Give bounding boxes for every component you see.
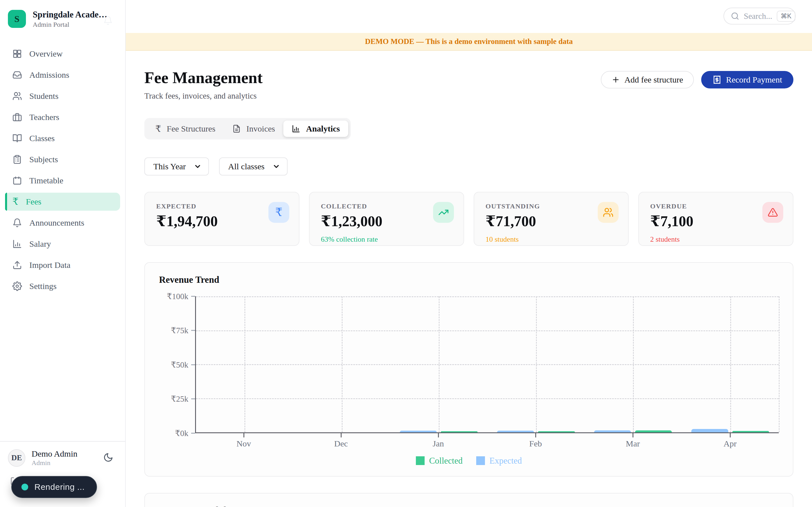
user-name: Demo Admin	[32, 449, 78, 459]
bar-chart-icon	[292, 124, 300, 133]
sidebar-item-students[interactable]: Students	[5, 87, 120, 105]
sidebar-item-fees[interactable]: ₹ Fees	[5, 193, 120, 211]
chart-legend: CollectedExpected	[159, 456, 779, 467]
sidebar-item-settings[interactable]: Settings	[5, 277, 120, 295]
bar-collected	[538, 431, 575, 432]
stat-value: ₹7,100	[650, 212, 781, 230]
avatar: DE	[8, 449, 26, 467]
y-tick-mark	[191, 296, 195, 297]
search-input[interactable]: Search... ⌘K	[723, 8, 796, 24]
moon-icon[interactable]	[103, 452, 113, 462]
file-text-icon	[232, 124, 241, 133]
sidebar-item-subjects[interactable]: Subjects	[5, 151, 120, 168]
revenue-plot	[195, 296, 779, 433]
sidebar-item-label: Overview	[29, 49, 63, 59]
users-icon	[12, 91, 22, 101]
y-tick-mark	[191, 399, 195, 399]
search-icon	[731, 12, 739, 20]
stat-value: ₹1,94,700	[156, 212, 288, 230]
bar-collected	[732, 431, 769, 432]
stat-label: OVERDUE	[650, 203, 781, 210]
x-tick-mark	[438, 433, 439, 438]
sidebar-nav: Overview Admissions Students Teachers Cl…	[0, 37, 125, 295]
stat-label: OUTSTANDING	[486, 203, 617, 210]
breakdown-title: Fee Type Breakdown	[159, 505, 779, 507]
grid-line	[779, 296, 779, 432]
record-payment-button[interactable]: Record Payment	[701, 71, 794, 89]
sidebar-item-announcements[interactable]: Announcements	[5, 214, 120, 232]
sidebar-item-label: Import Data	[29, 260, 70, 270]
bar-collected	[635, 431, 672, 432]
header-actions: Add fee structure Record Payment	[601, 71, 794, 89]
x-tick-label: Dec	[334, 439, 348, 448]
x-tick-label: Apr	[723, 439, 737, 448]
stat-sub: 63% collection rate	[321, 235, 452, 244]
legend-item: Collected	[416, 456, 463, 466]
gear-icon	[12, 281, 22, 291]
bar-expected	[691, 429, 728, 432]
legend-label: Expected	[490, 456, 522, 466]
app-root: S Springdale Acade… Admin Portal Overvie…	[0, 0, 812, 507]
tab-label: Fee Structures	[167, 124, 215, 133]
tab-analytics[interactable]: Analytics	[283, 121, 348, 137]
x-tick-label: Mar	[626, 439, 640, 448]
sidebar-item-teachers[interactable]: Teachers	[5, 108, 120, 126]
upload-icon	[12, 260, 22, 270]
rupee-icon: ₹	[12, 197, 18, 207]
sidebar-item-salary[interactable]: Salary	[5, 235, 120, 253]
avatar-initials: DE	[11, 453, 22, 462]
sidebar-item-admissions[interactable]: Admissions	[5, 66, 120, 84]
org-subtitle: Admin Portal	[33, 21, 107, 29]
x-tick-mark	[535, 433, 536, 438]
legend-item: Expected	[476, 456, 522, 466]
revenue-trend-card: Revenue Trend ₹100k₹75k₹50k₹25k₹0k NovDe…	[144, 262, 794, 476]
class-select-value: All classes	[228, 162, 264, 171]
alert-triangle-icon	[762, 202, 783, 223]
grid-line	[342, 296, 343, 432]
y-tick-mark	[191, 364, 195, 365]
demo-mode-banner: DEMO MODE — This is a demo environment w…	[126, 33, 812, 51]
tab-label: Invoices	[246, 124, 275, 133]
stat-sub: 10 students	[486, 235, 617, 244]
record-payment-label: Record Payment	[726, 75, 782, 84]
user-row: DE Demo Admin Admin	[8, 449, 117, 467]
chevron-down-icon	[272, 163, 280, 170]
y-tick-label: ₹25k	[171, 394, 188, 404]
clipboard-list-icon	[12, 155, 22, 164]
grid-line	[196, 364, 779, 365]
tabs-row: ₹ Fee Structures Invoices Analytics	[144, 101, 794, 139]
rupee-icon: ₹	[268, 202, 289, 223]
toast-status-dot	[21, 484, 28, 490]
fee-type-breakdown-card: Fee Type Breakdown	[144, 493, 794, 507]
x-tick-label: Jan	[433, 439, 444, 448]
bar-group	[400, 431, 477, 432]
add-fee-structure-button[interactable]: Add fee structure	[601, 71, 694, 89]
receipt-icon	[712, 75, 721, 84]
sidebar-item-timetable[interactable]: Timetable	[5, 172, 120, 189]
tab-label: Analytics	[306, 124, 340, 133]
org-name: Springdale Acade…	[33, 10, 107, 20]
bar-group	[497, 431, 575, 432]
y-tick-label: ₹100k	[167, 291, 188, 301]
trending-up-icon	[433, 202, 454, 223]
tab-invoices[interactable]: Invoices	[224, 121, 284, 137]
sidebar-item-import-data[interactable]: Import Data	[5, 256, 120, 274]
sidebar-item-classes[interactable]: Classes	[5, 129, 120, 147]
bar-expected	[497, 431, 534, 432]
y-tick-mark	[191, 330, 195, 331]
x-tick-mark	[243, 433, 244, 438]
period-select[interactable]: This Year	[144, 158, 209, 175]
org-initial: S	[14, 14, 19, 24]
tab-fee-structures[interactable]: ₹ Fee Structures	[147, 121, 224, 137]
bar-expected	[400, 431, 437, 432]
bar-group	[594, 431, 672, 432]
user-role: Admin	[32, 459, 78, 467]
y-axis-labels: ₹100k₹75k₹50k₹25k₹0k	[159, 296, 195, 433]
class-select[interactable]: All classes	[219, 158, 288, 175]
x-tick-label: Nov	[237, 439, 251, 448]
sidebar-item-label: Fees	[26, 197, 42, 207]
sidebar-item-overview[interactable]: Overview	[5, 45, 120, 63]
sidebar-item-label: Subjects	[29, 155, 58, 164]
legend-swatch	[476, 456, 485, 465]
briefcase-icon	[12, 112, 22, 122]
